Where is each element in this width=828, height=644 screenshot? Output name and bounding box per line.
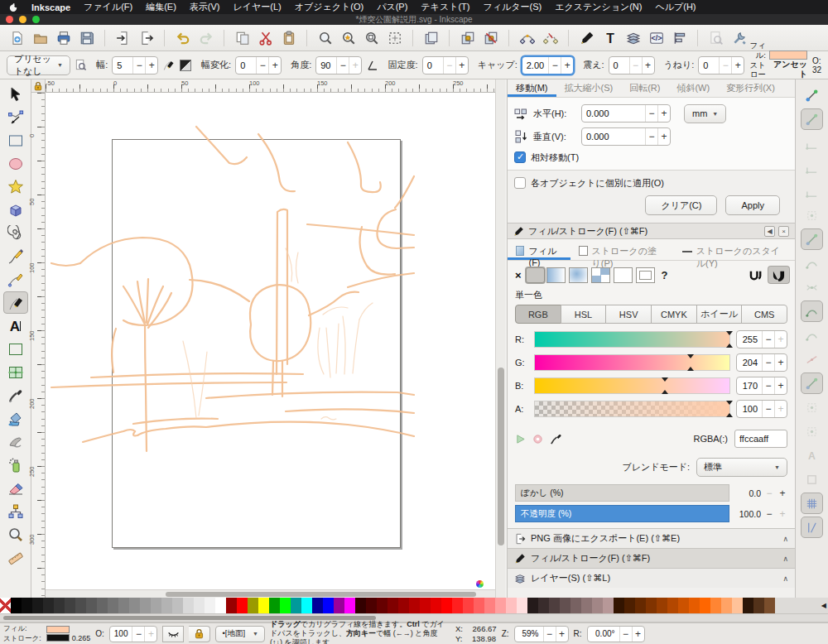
vertical-spinner[interactable]: 0.000 [581, 127, 671, 146]
calligraphy-tool[interactable] [3, 291, 28, 314]
copy-button[interactable] [232, 27, 253, 48]
layer-visibility-icon[interactable] [162, 626, 184, 642]
opacity-slider[interactable]: 不透明度 (%) [515, 505, 729, 522]
channel-slider-G[interactable] [534, 354, 730, 371]
gradient-linear-icon[interactable] [515, 434, 526, 445]
align-dialog-button[interactable] [669, 27, 690, 48]
palette-swatch[interactable] [441, 598, 452, 613]
palette-swatch[interactable] [409, 598, 420, 613]
palette-swatch[interactable] [635, 598, 646, 613]
tremor-spinner[interactable]: 0 [609, 56, 655, 74]
spin-plus[interactable] [774, 401, 787, 417]
cut-button[interactable] [255, 27, 276, 48]
horizontal-ruler[interactable]: -50050100150200250 [46, 79, 495, 93]
palette-swatch[interactable] [527, 598, 538, 613]
no-paint-icon[interactable]: × [515, 269, 522, 281]
palette-scroll-thumb[interactable] [3, 616, 376, 620]
palette-swatch[interactable] [474, 598, 484, 613]
bezier-pen-tool[interactable] [3, 268, 28, 291]
palette-swatch[interactable] [323, 598, 334, 613]
spin-plus[interactable] [774, 354, 787, 371]
snap-line-midpoints-button[interactable] [801, 348, 823, 370]
fill-rule-evenodd-icon[interactable] [768, 267, 789, 283]
palette-swatch[interactable] [764, 598, 775, 613]
channel-spinner-A[interactable]: 100 [736, 400, 787, 418]
duplicate-button[interactable] [421, 27, 441, 48]
palette-swatch[interactable] [398, 598, 409, 613]
palette-swatch[interactable] [140, 598, 151, 613]
cap-spinner[interactable]: 2.00 [522, 56, 574, 74]
selection-frame-button[interactable] [384, 27, 405, 48]
unlink-clone-button[interactable] [540, 27, 561, 48]
palette-swatch[interactable] [129, 598, 140, 613]
flat-color-button[interactable] [526, 267, 545, 283]
print-button[interactable] [53, 27, 74, 48]
color-tab-CMYK[interactable]: CMYK [651, 305, 697, 324]
spin-minus[interactable] [762, 377, 774, 394]
palette-swatch[interactable] [614, 598, 624, 613]
text-dialog-button[interactable] [599, 27, 620, 48]
tilt-toggle-icon[interactable] [366, 55, 378, 75]
preset-edit-icon[interactable] [75, 55, 87, 75]
palette-swatch[interactable] [194, 598, 205, 613]
palette-swatch[interactable] [484, 598, 495, 613]
palette-swatch[interactable] [237, 598, 248, 613]
snap-enable-button[interactable] [801, 84, 823, 106]
blur-plus-button[interactable]: + [777, 488, 787, 499]
rotation-spinner[interactable]: 0.00° [587, 626, 645, 642]
transform-tab-傾斜(W)[interactable]: 傾斜(W) [668, 79, 718, 97]
paint-bucket-tool[interactable] [3, 407, 28, 430]
layers-dialog-button[interactable] [623, 27, 643, 48]
ellipse-tool[interactable] [3, 152, 28, 175]
ruler-lock-icon[interactable] [31, 79, 46, 93]
pressure-toggle-icon[interactable] [162, 55, 175, 75]
channel-slider-B[interactable] [534, 377, 730, 394]
channel-spinner-B[interactable]: 170 [736, 377, 787, 395]
find-button[interactable] [705, 27, 726, 48]
palette-swatch[interactable] [344, 598, 355, 613]
export-button[interactable] [136, 27, 156, 48]
selector-tool[interactable] [3, 83, 28, 105]
palette-swatch[interactable] [420, 598, 431, 613]
transform-tab-回転(R)[interactable]: 回転(R) [621, 79, 668, 97]
import-button[interactable] [113, 27, 133, 48]
snap-bounding-box-button[interactable] [801, 108, 823, 130]
snap-object-centers-button[interactable] [801, 396, 823, 418]
palette-swatch[interactable] [743, 598, 753, 613]
color-picker-icon[interactable] [550, 433, 562, 445]
canvas-vertical-scrollbar[interactable] [495, 79, 505, 598]
palette-swatch[interactable] [205, 598, 215, 613]
box3d-tool[interactable] [3, 199, 28, 221]
mesh-gradient-tool[interactable] [3, 361, 28, 383]
opacity-plus-button[interactable]: + [777, 508, 787, 520]
collapse-chevron-icon[interactable]: ∧ [782, 574, 788, 583]
opacity-minus-button[interactable]: − [764, 508, 774, 520]
edit-clone-button[interactable] [517, 27, 537, 48]
redo-button[interactable] [195, 27, 216, 48]
channel-spinner-R[interactable]: 255 [736, 330, 787, 348]
linear-gradient-button[interactable] [546, 267, 566, 283]
pencil-tool[interactable] [3, 245, 28, 267]
palette-swatch[interactable] [54, 598, 65, 613]
color-tab-RGB[interactable]: RGB [515, 305, 561, 324]
spin-minus[interactable] [762, 331, 774, 348]
spin-minus[interactable] [762, 401, 774, 417]
palette-swatch[interactable] [269, 598, 280, 613]
fill-stroke-tab-ストロークの塗り(P)[interactable]: ストロークの塗り(P) [570, 243, 674, 260]
spiral-tool[interactable] [3, 222, 28, 244]
palette-swatch[interactable] [581, 598, 592, 613]
preferences-button[interactable] [729, 27, 749, 48]
trace-background-icon[interactable] [180, 55, 192, 75]
snap-other-points-button[interactable] [801, 372, 823, 394]
collapse-chevron-icon[interactable]: ∧ [782, 535, 788, 543]
palette-swatch[interactable] [366, 598, 377, 613]
palette-swatch[interactable] [689, 598, 700, 613]
pattern-button[interactable] [591, 267, 610, 283]
unknown-paint-button[interactable] [636, 267, 655, 283]
snap-bbox-corners-button[interactable] [801, 156, 823, 178]
palette-swatch[interactable] [301, 598, 312, 613]
paste-button[interactable] [278, 27, 299, 48]
palette-swatch[interactable] [108, 598, 118, 613]
palette-swatch[interactable] [355, 598, 366, 613]
fixation-spinner[interactable]: 0 [422, 56, 469, 74]
